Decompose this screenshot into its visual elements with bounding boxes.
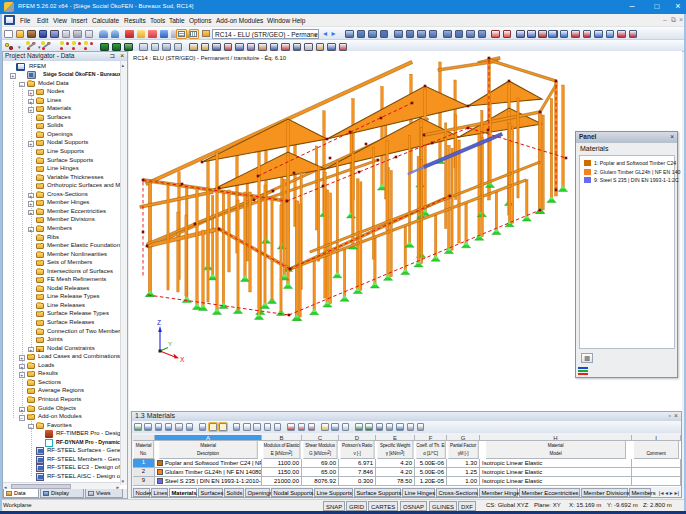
svg-text:X: X [180,356,185,363]
svg-text:Y: Y [168,341,172,347]
svg-text:Z: Z [157,319,161,326]
